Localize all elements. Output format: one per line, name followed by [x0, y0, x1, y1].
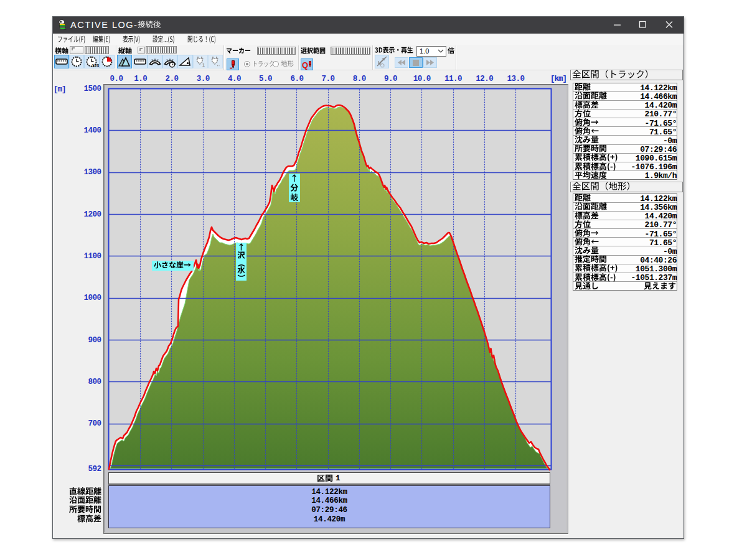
svg-text:123: 123	[92, 63, 100, 68]
svg-text:Q: Q	[302, 60, 308, 69]
svg-text:1: 1	[202, 63, 205, 67]
